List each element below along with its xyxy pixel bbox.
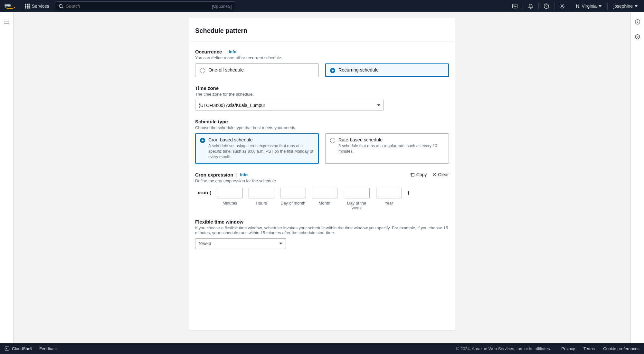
left-rail (0, 12, 14, 343)
privacy-link[interactable]: Privacy (561, 346, 575, 351)
cron-minutes-caption: Minutes (223, 201, 237, 206)
cron-suffix: ) (408, 188, 409, 195)
account-menu[interactable]: josephine (610, 4, 641, 9)
cron-year-caption: Year (385, 201, 393, 206)
schedule-pattern-panel: Schedule pattern Occurrence Info You can… (189, 18, 455, 330)
terms-link[interactable]: Terms (583, 346, 595, 351)
feedback-link[interactable]: Feedback (39, 346, 58, 351)
svg-point-10 (59, 4, 62, 7)
cron-desc: Define the cron expression for the sched… (195, 178, 276, 183)
caret-down-icon (377, 104, 380, 106)
copy-icon (410, 172, 415, 177)
gear-icon (559, 3, 565, 9)
one-off-schedule-radio[interactable]: One-off schedule (195, 63, 319, 77)
occurrence-info-link[interactable]: Info (225, 49, 236, 54)
cloudshell-button[interactable] (509, 0, 521, 12)
right-rail (630, 12, 644, 343)
cron-based-desc: A schedule set using a cron expression t… (208, 143, 314, 160)
panel-body: Occurrence Info You can define a one-off… (189, 42, 455, 258)
cron-month-input[interactable] (312, 188, 337, 198)
services-label: Services (32, 4, 49, 9)
caret-down-icon (279, 243, 282, 244)
svg-rect-9 (29, 7, 30, 8)
cron-dow-caption: Day of the week (343, 201, 370, 211)
svg-rect-18 (412, 174, 414, 176)
rate-based-radio[interactable]: Rate-based schedule A schedule that runs… (325, 133, 449, 164)
search-icon (59, 4, 63, 9)
footer-bar: CloudShell Feedback © 2024, Amazon Web S… (0, 343, 644, 354)
info-panel-button[interactable] (633, 17, 642, 26)
notifications-button[interactable] (525, 0, 536, 12)
radio-icon (200, 68, 205, 73)
svg-rect-5 (27, 6, 28, 7)
open-sidebar-button[interactable] (2, 17, 11, 26)
flex-placeholder: Select (199, 241, 211, 246)
footer-cloudshell-button[interactable]: CloudShell (5, 346, 32, 351)
copy-label: Copy (416, 172, 427, 177)
search-shortcut-hint: [Option+S] (212, 4, 232, 9)
rate-based-desc: A schedule that runs at a regular rate, … (338, 143, 444, 154)
global-search[interactable]: [Option+S] (55, 1, 235, 11)
copy-button[interactable]: Copy (410, 172, 427, 177)
cloudshell-icon (512, 3, 518, 9)
aws-logo[interactable]: aws (5, 3, 15, 9)
cron-year-input[interactable] (376, 188, 402, 198)
main-content: Schedule pattern Occurrence Info You can… (14, 12, 630, 343)
nav-divider (538, 3, 539, 10)
cookie-prefs-link[interactable]: Cookie preferences (603, 346, 639, 351)
user-label: josephine (613, 4, 633, 9)
help-icon (544, 3, 549, 9)
svg-rect-7 (25, 7, 26, 8)
footer-cloudshell-label: CloudShell (12, 346, 32, 351)
cron-minutes-input[interactable] (217, 188, 243, 198)
flex-window-field: Flexible time window If you choose a fle… (195, 219, 449, 249)
flex-label: Flexible time window (195, 219, 243, 225)
caret-down-icon (599, 5, 601, 7)
occurrence-desc: You can define a one-off or recurrent sc… (195, 55, 449, 60)
help-button[interactable] (541, 0, 552, 12)
cron-hours-input[interactable] (249, 188, 274, 198)
nav-divider (607, 3, 608, 10)
caret-down-icon (635, 5, 638, 7)
cron-label: Cron expression (195, 172, 233, 177)
cron-month-caption: Month (319, 201, 330, 206)
clear-label: Clear (438, 172, 449, 177)
flex-window-select[interactable]: Select (195, 238, 286, 249)
clear-button[interactable]: Clear (432, 172, 449, 177)
search-input[interactable] (66, 4, 209, 9)
svg-line-11 (62, 7, 63, 8)
cron-dow-input[interactable] (344, 188, 370, 198)
svg-text:aws: aws (5, 4, 11, 7)
schedule-type-label: Schedule type (195, 119, 228, 124)
rate-based-title: Rate-based schedule (338, 137, 444, 142)
cron-dom-caption: Day of month (280, 201, 305, 206)
occurrence-field: Occurrence Info You can define a one-off… (195, 49, 449, 77)
settings-button[interactable] (556, 0, 568, 12)
radio-icon (330, 68, 335, 73)
grid-icon (25, 4, 30, 9)
services-menu[interactable]: Services (22, 4, 52, 9)
svg-rect-1 (25, 4, 26, 5)
nav-divider (554, 3, 554, 10)
timezone-select[interactable]: (UTC+08:00) Asia/Kuala_Lumpur (195, 100, 384, 110)
top-nav: aws Services [Option+S] (0, 0, 644, 12)
cron-based-title: Cron-based schedule (208, 137, 314, 142)
cron-info-link[interactable]: Info (236, 172, 248, 177)
svg-rect-3 (29, 4, 30, 5)
svg-rect-6 (29, 6, 30, 7)
region-selector[interactable]: N. Virginia (572, 4, 605, 9)
svg-point-24 (637, 36, 638, 37)
cron-based-radio[interactable]: Cron-based schedule A schedule set using… (195, 133, 319, 164)
hexagon-icon (635, 34, 640, 40)
cloudshell-icon (5, 346, 10, 351)
hamburger-icon (4, 20, 10, 24)
cron-dom-input[interactable] (280, 188, 306, 198)
svg-rect-2 (27, 4, 28, 5)
timezone-value: (UTC+08:00) Asia/Kuala_Lumpur (199, 103, 265, 108)
timezone-field: Time zone The time zone for the schedule… (195, 85, 449, 110)
diagnostics-button[interactable] (633, 32, 642, 41)
recurring-schedule-radio[interactable]: Recurring schedule (325, 63, 449, 77)
radio-icon (330, 138, 335, 143)
timezone-desc: The time zone for the schedule. (195, 92, 449, 97)
recurring-label: Recurring schedule (338, 67, 379, 72)
